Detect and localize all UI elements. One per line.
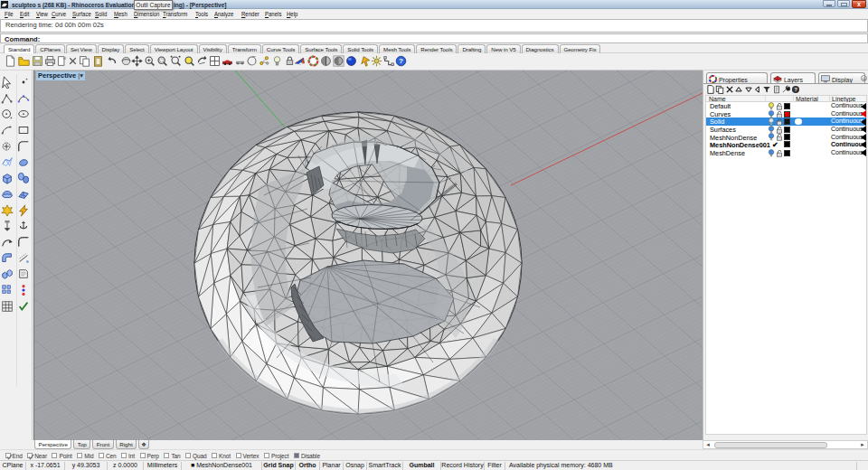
svg-text:?: ? [794, 87, 797, 92]
svg-text:?: ? [399, 57, 403, 65]
